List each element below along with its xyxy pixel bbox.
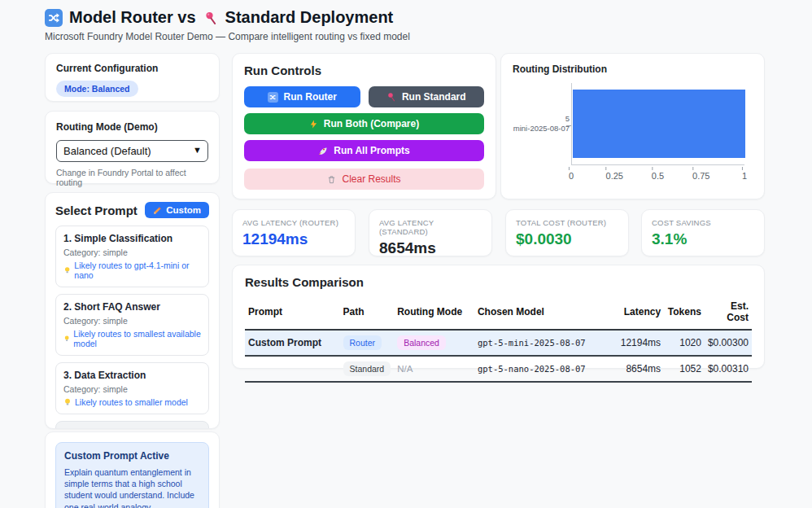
custom-prompt-active-card: Custom Prompt Active Explain quantum ent… xyxy=(45,431,220,508)
metric-total-cost-router: TOTAL COST (ROUTER) $0.0030 xyxy=(505,209,629,256)
prompt-item-category: Category: simple xyxy=(63,384,201,394)
metric-value: $0.0030 xyxy=(516,230,618,248)
custom-prompt-active-box: Custom Prompt Active Explain quantum ent… xyxy=(55,442,209,508)
clear-results-button[interactable]: Clear Results xyxy=(244,169,484,190)
trash-icon xyxy=(327,175,336,184)
routing-mode-helper: Change in Foundry Portal to affect routi… xyxy=(56,168,208,187)
col-path: Path xyxy=(340,297,395,330)
results-table: Prompt Path Routing Mode Chosen Model La… xyxy=(245,297,752,383)
routing-mode-select[interactable]: Balanced (Default) xyxy=(56,140,208,162)
routing-mode-na: N/A xyxy=(397,364,413,374)
col-tokens: Tokens xyxy=(664,297,705,330)
routing-mode-select-wrap: Balanced (Default) ▼ xyxy=(56,140,208,162)
cell-chosen-model: gpt-5-nano-2025-08-07 xyxy=(474,356,604,382)
prompt-item-4[interactable]: 4. Summarization Category: medium May ro… xyxy=(55,421,209,429)
col-prompt: Prompt xyxy=(245,297,340,330)
prompt-item-category: Category: simple xyxy=(63,316,201,326)
current-configuration-card: Current Configuration Mode: Balanced xyxy=(45,53,220,102)
routing-distribution-heading: Routing Distribution xyxy=(513,64,753,75)
select-prompt-card: Select Prompt Custom 1. Simple Classific… xyxy=(45,192,220,429)
path-badge: Router xyxy=(343,335,382,350)
table-row-router[interactable]: Custom Prompt Router Balanced gpt-5-mini… xyxy=(245,330,752,356)
custom-prompt-active-heading: Custom Prompt Active xyxy=(64,450,200,462)
run-both-button[interactable]: Run Both (Compare) xyxy=(244,113,484,134)
prompt-item-1[interactable]: 1. Simple Classification Category: simpl… xyxy=(55,226,209,287)
pushpin-icon xyxy=(386,92,396,102)
run-controls-heading: Run Controls xyxy=(244,64,484,77)
run-router-button[interactable]: Run Router xyxy=(244,86,360,107)
custom-prompt-button[interactable]: Custom xyxy=(145,202,209,218)
bulb-icon xyxy=(63,398,72,406)
prompt-item-hint: Likely routes to smallest available mode… xyxy=(73,329,201,348)
page-header: Model Router vs Standard Deployment Micr… xyxy=(45,8,410,42)
select-prompt-heading: Select Prompt xyxy=(55,204,138,217)
page-title: Model Router vs Standard Deployment xyxy=(45,8,410,27)
cell-cost: $0.00310 xyxy=(705,356,752,382)
shuffle-icon xyxy=(45,9,63,27)
page-subtitle: Microsoft Foundry Model Router Demo — Co… xyxy=(45,31,410,42)
prompt-item-title: 1. Simple Classification xyxy=(63,233,201,244)
bulb-icon xyxy=(63,335,70,343)
prompt-item-title: 4. Summarization xyxy=(63,428,201,429)
metric-value: 3.1% xyxy=(652,230,754,248)
col-routing-mode: Routing Mode xyxy=(394,297,474,330)
mode-badge: Mode: Balanced xyxy=(56,81,138,97)
pencil-icon xyxy=(153,206,162,215)
cell-cost: $0.00300 xyxy=(705,330,752,356)
app-window: Model Router vs Standard Deployment Micr… xyxy=(0,0,812,508)
prompt-item-title: 3. Data Extraction xyxy=(63,370,201,381)
path-badge: Standard xyxy=(343,361,391,376)
cell-tokens: 1052 xyxy=(664,356,705,382)
prompt-item-2[interactable]: 2. Short FAQ Answer Category: simple Lik… xyxy=(55,294,209,356)
metric-avg-latency-standard: AVG LATENCY (STANDARD) 8654ms xyxy=(369,209,492,256)
prompt-item-category: Category: simple xyxy=(63,247,201,257)
cell-latency: 12194ms xyxy=(604,330,664,356)
shuffle-icon xyxy=(268,92,278,103)
routing-mode-badge: Balanced xyxy=(397,335,446,350)
metric-cost-savings: COST SAVINGS 3.1% xyxy=(641,209,765,256)
cell-chosen-model: gpt-5-mini-2025-08-07 xyxy=(474,330,604,356)
chart-y-axis-label: 5 mini-2025-08-07 xyxy=(513,114,570,134)
chart-plot-area xyxy=(571,83,744,164)
rocket-icon xyxy=(318,146,328,155)
prompt-item-title: 2. Short FAQ Answer xyxy=(63,301,201,313)
lightning-icon xyxy=(309,120,318,129)
prompt-item-hint: Likely routes to smaller model xyxy=(75,397,188,407)
chart-x-ticks: 0 0.25 0.5 0.75 1 xyxy=(571,169,744,185)
metric-avg-latency-router: AVG LATENCY (ROUTER) 12194ms xyxy=(232,209,356,256)
run-controls-card: Run Controls Run Router Run Standard Run… xyxy=(232,53,496,199)
run-all-prompts-button[interactable]: Run All Prompts xyxy=(244,140,484,161)
title-text-standard: Standard Deployment xyxy=(225,8,394,27)
metric-value: 8654ms xyxy=(379,239,482,257)
run-standard-button[interactable]: Run Standard xyxy=(369,86,485,107)
metric-value: 12194ms xyxy=(242,230,345,248)
pushpin-icon xyxy=(203,10,219,26)
chart-bar-gpt-5-mini xyxy=(573,90,745,158)
results-comparison-heading: Results Comparison xyxy=(245,275,752,289)
cell-prompt xyxy=(245,356,340,382)
routing-mode-card: Routing Mode (Demo) Balanced (Default) ▼… xyxy=(45,111,220,184)
routing-distribution-card: Routing Distribution 5 mini-2025-08-07 0… xyxy=(500,53,765,199)
results-comparison-card: Results Comparison Prompt Path Routing M… xyxy=(232,265,765,369)
custom-prompt-text: Explain quantum entanglement in simple t… xyxy=(64,466,200,508)
routing-mode-heading: Routing Mode (Demo) xyxy=(56,121,208,133)
col-latency: Latency xyxy=(604,297,664,330)
cell-prompt: Custom Prompt xyxy=(245,330,340,356)
bulb-icon xyxy=(63,266,71,274)
col-est-cost: Est. Cost xyxy=(705,297,752,330)
chart-x-axis xyxy=(571,164,744,165)
prompt-item-3[interactable]: 3. Data Extraction Category: simple Like… xyxy=(55,362,209,414)
cell-latency: 8654ms xyxy=(604,356,664,382)
col-chosen-model: Chosen Model xyxy=(474,297,604,330)
current-configuration-heading: Current Configuration xyxy=(56,63,208,74)
routing-distribution-chart: 5 mini-2025-08-07 0 0.25 0.5 0.75 1 xyxy=(513,78,753,190)
title-text-router: Model Router vs xyxy=(69,8,196,27)
prompt-item-hint: Likely routes to gpt-4.1-mini or nano xyxy=(74,261,201,280)
cell-tokens: 1020 xyxy=(664,330,705,356)
table-row-standard[interactable]: Standard N/A gpt-5-nano-2025-08-07 8654m… xyxy=(245,356,752,382)
